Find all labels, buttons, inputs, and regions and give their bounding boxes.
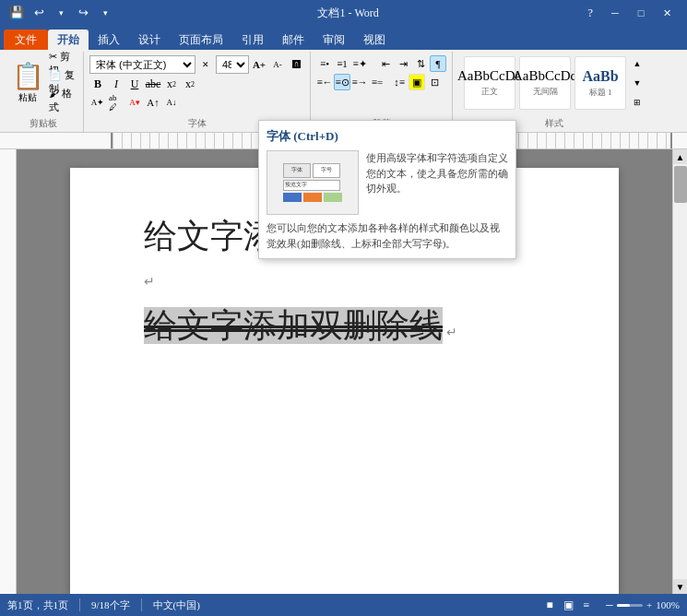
- close-button[interactable]: ✕: [654, 0, 680, 26]
- tooltip-preview-image: 字体 字号 预览文字: [267, 150, 359, 215]
- styles-list: AaBbCcDd 正文 AaBbCcDd 无间隔 AaBb 标题 1 ▲ ▼ ⊞: [463, 53, 646, 124]
- format-painter-button[interactable]: 🖌 格式: [48, 92, 77, 109]
- font-smaller[interactable]: A↓: [163, 94, 180, 111]
- numbered-list-button[interactable]: ≡1: [334, 55, 350, 72]
- font-size-up[interactable]: A+: [251, 56, 267, 73]
- text-effects-button[interactable]: A✦: [89, 94, 106, 111]
- tab-review[interactable]: 审阅: [314, 30, 354, 50]
- window-controls: ─ □ ✕: [602, 0, 680, 26]
- print-view-button[interactable]: ■: [541, 597, 558, 613]
- language-text: 中文(中国): [153, 598, 200, 612]
- scroll-up-button[interactable]: ▲: [673, 149, 688, 164]
- word-count-text: 9/18个字: [91, 598, 130, 612]
- minimize-button[interactable]: ─: [602, 0, 628, 26]
- page-info[interactable]: 第1页，共1页: [7, 598, 68, 612]
- text-highlight-button[interactable]: ab🖊: [108, 94, 124, 111]
- zoom-percent: 100%: [656, 599, 680, 610]
- language-indicator[interactable]: 中文(中国): [153, 598, 200, 612]
- align-left-button[interactable]: ≡←: [316, 74, 333, 90]
- paragraph-controls: ≡• ≡1 ≡✦ ⇤ ⇥ ⇅ ¶ ≡← ≡⊙ ≡→ ≡= ↕≡ ▣ ⊡: [316, 53, 446, 103]
- clear-format[interactable]: 🅰: [288, 56, 304, 73]
- web-view-button[interactable]: ≡: [578, 597, 595, 613]
- show-marks-button[interactable]: ¶: [430, 55, 446, 72]
- tooltip-title: 字体 (Ctrl+D): [267, 128, 508, 145]
- view-buttons: ■ ▣ ≡: [541, 597, 595, 613]
- zoom-in-button[interactable]: +: [646, 599, 652, 610]
- border-button[interactable]: ⊡: [426, 74, 443, 90]
- status-sep-1: [79, 598, 80, 611]
- style-heading1-preview: AaBb: [582, 68, 618, 85]
- zoom-out-button[interactable]: ─: [606, 599, 613, 610]
- tab-design[interactable]: 设计: [129, 30, 170, 50]
- paragraph-3: 给文字添加双删除线 ↵: [144, 303, 554, 349]
- style-normal[interactable]: AaBbCcDd 正文: [464, 56, 515, 110]
- status-bar: 第1页，共1页 9/18个字 中文(中国) ■ ▣ ≡ ─ + 100%: [0, 594, 687, 616]
- paragraph-2: ↵: [144, 273, 554, 290]
- tab-home[interactable]: 开始: [48, 30, 89, 50]
- font-size-select[interactable]: 48: [216, 55, 249, 74]
- decrease-indent-button[interactable]: ⇤: [377, 55, 394, 72]
- tab-file[interactable]: 文件: [4, 30, 48, 50]
- tab-view[interactable]: 视图: [354, 30, 395, 50]
- scroll-down-button[interactable]: ▼: [673, 579, 688, 594]
- shading-button[interactable]: ▣: [409, 74, 425, 90]
- styles-nav: ▲ ▼ ⊞: [629, 55, 646, 111]
- font-format-row: B I U abc x2 x2: [89, 76, 304, 92]
- superscript-button[interactable]: x2: [182, 76, 198, 92]
- ribbon-tab-bar: 文件 开始 插入 设计 页面布局 引用 邮件 审阅 视图: [0, 26, 687, 50]
- bold-button[interactable]: B: [89, 76, 106, 92]
- increase-indent-button[interactable]: ⇥: [395, 55, 411, 72]
- justify-button[interactable]: ≡=: [369, 74, 385, 90]
- strikethrough-button[interactable]: abc: [145, 76, 161, 92]
- help-button[interactable]: ?: [582, 6, 598, 20]
- redo-button[interactable]: ↪: [74, 4, 92, 22]
- bullet-list-button[interactable]: ≡•: [316, 55, 333, 72]
- style-no-spacing[interactable]: AaBbCcDd 无间隔: [519, 56, 571, 110]
- style-heading1[interactable]: AaBb 标题 1: [574, 56, 626, 110]
- line-spacing-button[interactable]: ↕≡: [391, 74, 408, 90]
- list-row: ≡• ≡1 ≡✦ ⇤ ⇥ ⇅ ¶: [316, 55, 446, 72]
- paste-button[interactable]: 📋 粘贴: [9, 55, 46, 109]
- sort-button[interactable]: ⇅: [412, 55, 429, 72]
- zoom-slider[interactable]: [617, 604, 643, 607]
- align-center-button[interactable]: ≡⊙: [334, 74, 350, 90]
- style-normal-label: 正文: [481, 86, 498, 98]
- italic-button[interactable]: I: [108, 76, 124, 92]
- styles-scroll-up[interactable]: ▲: [629, 55, 646, 72]
- quick-access-toolbar: 💾 ↩ ▾ ↪ ▾: [7, 4, 114, 22]
- multilevel-list-button[interactable]: ≡✦: [351, 55, 368, 72]
- font-size-down[interactable]: A-: [269, 56, 286, 73]
- customize-quick-access[interactable]: ▾: [96, 4, 114, 22]
- styles-more[interactable]: ⊞: [629, 94, 646, 111]
- tab-layout[interactable]: 页面布局: [170, 30, 232, 50]
- font-larger[interactable]: A↑: [145, 94, 161, 111]
- tab-mail[interactable]: 邮件: [273, 30, 314, 50]
- font-controls: 宋体 (中文正文) ✕ 48 A+ A- 🅰 B I U abc x2 x2 A…: [89, 53, 304, 124]
- font-color-row: A✦ ab🖊 A▾ A↑ A↓: [89, 94, 304, 111]
- undo-dropdown[interactable]: ▾: [52, 4, 70, 22]
- font-name-clear[interactable]: ✕: [197, 56, 214, 73]
- scroll-thumb[interactable]: [674, 166, 687, 203]
- underline-button[interactable]: U: [126, 76, 143, 92]
- save-button[interactable]: 💾: [7, 4, 26, 22]
- vertical-scrollbar[interactable]: ▲ ▼: [672, 149, 687, 594]
- zoom-slider-fill: [617, 604, 630, 607]
- clipboard-group: 📋 粘贴 ✂ 剪切 📄 复制 🖌 格式 剪贴板: [4, 52, 84, 132]
- tab-refs[interactable]: 引用: [232, 30, 273, 50]
- tab-insert[interactable]: 插入: [89, 30, 129, 50]
- style-no-spacing-preview: AaBbCcDd: [513, 68, 577, 84]
- vertical-ruler: [0, 149, 17, 594]
- undo-button[interactable]: ↩: [30, 4, 48, 22]
- font-color-button[interactable]: A▾: [126, 94, 143, 111]
- clipboard-sub-buttons: ✂ 剪切 📄 复制 🖌 格式: [48, 55, 77, 109]
- word-count[interactable]: 9/18个字: [91, 598, 130, 612]
- styles-scroll-down[interactable]: ▼: [629, 75, 646, 91]
- maximize-button[interactable]: □: [628, 0, 654, 26]
- align-right-button[interactable]: ≡→: [351, 74, 368, 90]
- doc-text-2: 给文字添加双删除线: [144, 307, 443, 344]
- subscript-button[interactable]: x2: [163, 76, 180, 92]
- paste-label: 粘贴: [18, 91, 37, 104]
- read-view-button[interactable]: ▣: [560, 597, 576, 613]
- font-name-row: 宋体 (中文正文) ✕ 48 A+ A- 🅰: [89, 55, 304, 74]
- font-name-select[interactable]: 宋体 (中文正文): [89, 55, 195, 74]
